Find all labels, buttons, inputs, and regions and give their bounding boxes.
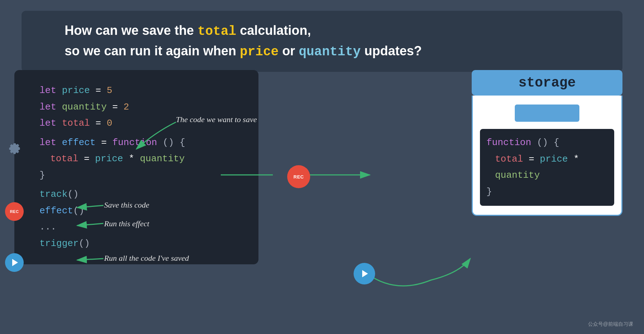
code-line-10: trigger() bbox=[39, 236, 246, 252]
gear-icon bbox=[5, 140, 21, 156]
storage-slot-empty bbox=[515, 105, 579, 122]
play-button-left bbox=[5, 253, 24, 272]
code-line-4: let effect = function () { bbox=[39, 135, 246, 151]
storage-line-3: } bbox=[486, 184, 608, 200]
annotation-save-this: Save this code bbox=[104, 200, 149, 210]
code-line-1: let price = 5 bbox=[39, 83, 246, 99]
play-triangle-right bbox=[362, 270, 368, 277]
rec-button-left: REC bbox=[5, 202, 24, 221]
header-text: How can we save the total calculation, s… bbox=[65, 21, 422, 62]
storage-inner: function () { total = price * quantity } bbox=[472, 96, 622, 216]
code-line-5: total = price * quantity bbox=[39, 151, 246, 167]
annotation-save-code: The code we want to save bbox=[176, 115, 257, 124]
watermark: 公众号@前端自习课 bbox=[588, 321, 633, 328]
highlight-price: price bbox=[240, 45, 279, 59]
play-button-right bbox=[354, 263, 375, 284]
storage-line-2: total = price * quantity bbox=[486, 151, 608, 184]
code-block: let price = 5 let quantity = 2 let total… bbox=[14, 70, 258, 264]
storage-label: storage bbox=[472, 70, 622, 96]
highlight-total: total bbox=[197, 24, 236, 39]
storage-line-1: function () { bbox=[486, 135, 608, 151]
header-line1: How can we save the total calculation, bbox=[65, 23, 311, 38]
annotation-run-all: Run all the code I've saved bbox=[104, 254, 189, 263]
storage-container: storage function () { total = price * qu… bbox=[472, 70, 622, 216]
highlight-quantity: quantity bbox=[299, 45, 361, 59]
header-banner: How can we save the total calculation, s… bbox=[22, 11, 622, 72]
rec-button-middle: REC bbox=[287, 165, 310, 188]
code-line-6: } bbox=[39, 167, 246, 184]
play-triangle-left bbox=[12, 259, 18, 266]
header-line2: so we can run it again when price or qua… bbox=[65, 43, 422, 58]
annotation-run-effect: Run this effect bbox=[104, 219, 149, 228]
storage-code-block: function () { total = price * quantity } bbox=[480, 129, 614, 206]
code-line-2: let quantity = 2 bbox=[39, 99, 246, 116]
